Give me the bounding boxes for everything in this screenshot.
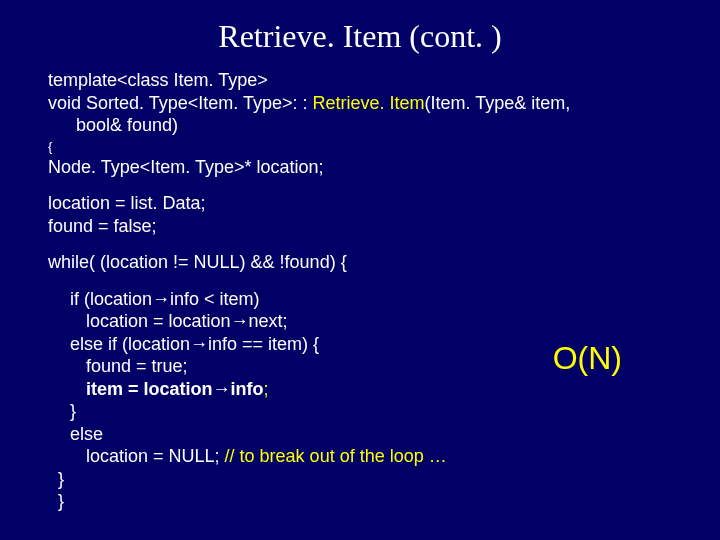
item-assign-text: item = location→info — [86, 379, 264, 399]
semi: ; — [264, 379, 269, 399]
if-line: if (location→info < item) — [48, 288, 700, 311]
while-line: while( (location != NULL) && !found) { — [48, 251, 700, 274]
else-body: location = NULL; // to break out of the … — [48, 445, 700, 468]
method-name: Retrieve. Item — [313, 93, 425, 113]
slide-title: Retrieve. Item (cont. ) — [0, 0, 720, 69]
assignment-2: found = false; — [48, 215, 700, 238]
code-block: template<class Item. Type> void Sorted. … — [0, 69, 720, 513]
open-brace: { — [48, 139, 700, 155]
item-assign: item = location→info; — [48, 378, 700, 401]
assignment-1: location = list. Data; — [48, 192, 700, 215]
else-line: else — [48, 423, 700, 446]
sig-prefix: void Sorted. Type<Item. Type>: : — [48, 93, 313, 113]
template-line: template<class Item. Type> — [48, 69, 700, 92]
signature-line: void Sorted. Type<Item. Type>: : Retriev… — [48, 92, 700, 115]
if-body: location = location→next; — [48, 310, 700, 333]
close-brace-3: } — [48, 490, 700, 513]
close-brace-1: } — [48, 400, 700, 423]
signature-line-2: bool& found) — [48, 114, 700, 137]
comment: // to break out of the loop … — [225, 446, 447, 466]
else-body-text: location = NULL; — [86, 446, 225, 466]
complexity-annotation: O(N) — [553, 340, 622, 377]
declaration: Node. Type<Item. Type>* location; — [48, 156, 700, 179]
sig-params: (Item. Type& item, — [425, 93, 571, 113]
close-brace-2: } — [48, 468, 700, 491]
